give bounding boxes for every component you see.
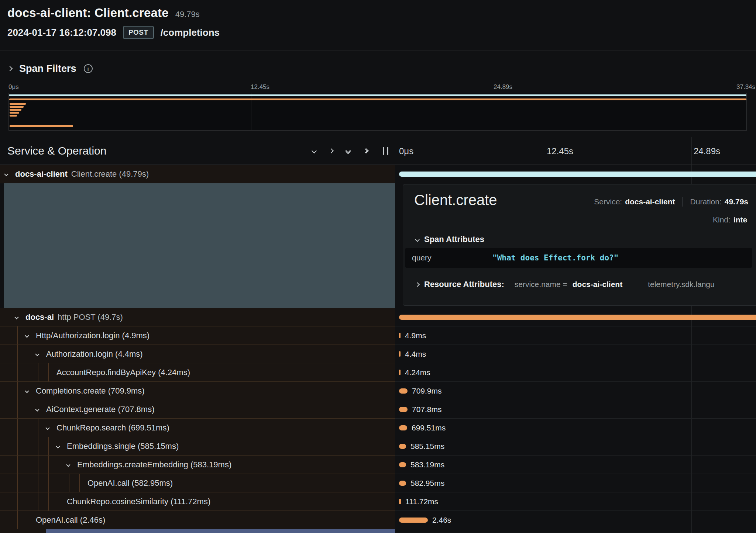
span-detail-meta: Service: docs-ai-client Duration: 49.79s [594,197,748,207]
selected-span-highlight[interactable] [4,183,395,308]
tree-header: Service & Operation [0,137,395,165]
span-duration-label: 4.24ms [405,368,430,377]
span-duration-bar[interactable] [399,462,406,467]
panel-resize-handle[interactable] [383,147,388,155]
chevron-down-icon[interactable] [25,389,29,393]
chevron-down-icon[interactable] [14,315,18,319]
minimap-span-bar [10,115,17,117]
collapse-one-icon[interactable] [312,149,316,153]
span-duration-label: 4.4ms [405,350,426,359]
indent-guide [48,437,49,455]
span-row[interactable]: Http/Authorization.login (4.9ms)4.9ms [0,326,756,345]
timeline-minimap[interactable] [8,93,747,131]
chevron-down-icon[interactable] [35,407,39,411]
span-operation: OpenAI.call (2.46s) [36,515,105,525]
chevron-down-icon[interactable] [56,444,60,448]
expand-one-icon[interactable] [329,149,333,153]
expand-all-icon[interactable] [363,149,368,153]
span-duration-bar[interactable] [399,444,406,449]
resource-attributes-title: Resource Attributes: [424,280,504,289]
span-row-root[interactable]: docs-ai-client Client.create (49.79s) [0,165,756,183]
span-duration-bar[interactable] [399,388,408,394]
span-attributes-section[interactable]: Span Attributes [416,235,484,244]
chevron-right-icon[interactable] [7,66,13,71]
indent-guide [69,474,69,492]
span-row[interactable]: Authorization.login (4.4ms)4.4ms [0,345,756,363]
indent-guide [28,363,28,381]
span-operation: Embeddings.single (585.15ms) [67,442,179,451]
indent-guide [28,511,28,529]
span-duration-bar[interactable] [399,481,406,486]
page-title: docs-ai-client: Client.create [7,6,169,20]
minimap-span-bar [10,112,19,114]
trace-view: Service & Operation 0μs 12.45s 24.89s do… [0,137,756,533]
span-duration-label: 111.72ms [405,497,438,506]
trace-view-header: Service & Operation 0μs 12.45s 24.89s [0,137,756,165]
minimap-span-bar [10,109,21,111]
span-duration-bar [46,529,395,533]
tree-header-title: Service & Operation [7,145,106,157]
span-row[interactable]: OpenAI.call (582.95ms)582.95ms [0,474,756,492]
chevron-down-icon[interactable] [45,426,49,430]
chevron-down-icon[interactable] [25,333,29,338]
trace-header: docs-ai-client: Client.create 49.79s 202… [7,6,220,39]
span-operation: ChunkRepo.search (699.51ms) [56,423,169,433]
indent-guide [38,456,38,474]
span-duration-bar[interactable] [399,333,401,338]
span-row[interactable]: docs-aihttp POST (49.7s) [0,308,756,326]
span-row[interactable]: AiContext.generate (707.8ms)707.8ms [0,400,756,419]
indent-guide [28,400,28,418]
attribute-key: query [412,253,492,262]
span-duration-bar[interactable] [399,172,756,177]
minimap-span-bar [10,106,24,108]
span-row[interactable]: OpenAI.call (2.46s)2.46s [0,511,756,529]
indent-guide [17,400,18,418]
span-detail-card: Client.create Service: docs-ai-client Du… [403,184,756,306]
trace-timestamp: 2024-01-17 16:12:07.098 [7,27,116,38]
span-row[interactable]: ChunkRepo.search (699.51ms)699.51ms [0,419,756,437]
chevron-down-icon[interactable] [35,352,39,356]
span-duration-bar[interactable] [399,315,756,320]
chevron-down-icon[interactable] [4,172,8,176]
span-duration-label: 699.51ms [412,423,446,432]
indent-guide [59,456,59,474]
http-method-badge: POST [123,26,154,39]
span-operation: Http/Authorization.login (4.9ms) [36,331,150,340]
span-row[interactable]: ChunkRepo.cosineSimilarity (111.72ms)111… [0,492,756,511]
minimap-span-bar [10,125,73,127]
resource-attributes-section[interactable]: Resource Attributes: service.name = docs… [416,280,715,289]
span-duration-bar[interactable] [399,407,408,412]
attribute-value: "What does Effect.fork do?" [492,253,618,262]
minimap-tick: 24.89s [494,83,512,91]
collapse-all-icon[interactable] [346,149,350,153]
indent-guide [38,474,38,492]
span-row[interactable]: Embeddings.single (585.15ms)585.15ms [0,437,756,456]
span-filters-section[interactable]: Span Filters i [8,58,93,79]
span-duration-label: 583.19ms [410,460,444,469]
indent-guide [17,363,18,381]
span-row[interactable]: Completions.create (709.9ms)709.9ms [0,382,756,400]
indent-guide [38,419,38,437]
info-icon[interactable]: i [84,64,93,73]
indent-guide [28,492,28,510]
indent-guide [17,326,18,345]
partial-span-row[interactable] [0,529,756,533]
span-duration-bar[interactable] [399,425,407,430]
chevron-down-icon[interactable] [415,237,420,242]
chevron-down-icon[interactable] [66,463,70,467]
span-row[interactable]: AccountRepo.findByApiKey (4.24ms)4.24ms [0,363,756,382]
minimap-span-bar [10,103,26,105]
indent-guide [28,345,28,363]
span-duration-bar[interactable] [399,351,401,357]
span-duration-bar[interactable] [399,499,401,504]
indent-guide [17,492,18,510]
span-detail-block: Client.create Service: docs-ai-client Du… [0,183,756,308]
indent-guide [48,474,49,492]
span-operation: ChunkRepo.cosineSimilarity (111.72ms) [67,497,210,506]
chevron-right-icon[interactable] [415,282,420,287]
span-duration-bar[interactable] [399,370,401,375]
minimap-axis: 0μs 12.45s 24.89s 37.34s [0,83,756,91]
span-operation: AccountRepo.findByApiKey (4.24ms) [56,368,190,377]
span-duration-bar[interactable] [399,518,428,523]
span-row[interactable]: Embeddings.createEmbedding (583.19ms)583… [0,456,756,474]
